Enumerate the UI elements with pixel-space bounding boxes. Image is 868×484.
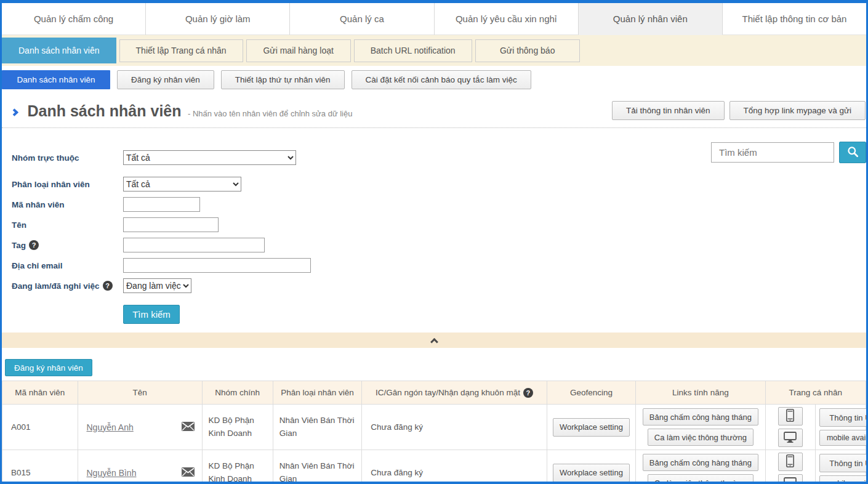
tag-help-icon[interactable]: ? (29, 240, 39, 250)
action-employee-order-button[interactable]: Thiết lập thứ tự nhân viên (221, 70, 345, 89)
subtab-send-notification[interactable]: Gửi thông báo (475, 39, 580, 62)
header-employee-code: Mã nhân viên (2, 381, 78, 405)
ic-registration-status: Chưa đăng ký (362, 450, 547, 484)
header-personal-page: Trang cá nhân (765, 381, 866, 405)
mobile-page-button[interactable] (778, 453, 803, 471)
title-bar: Danh sách nhân viên - Nhấn vào tên nhân … (2, 93, 866, 128)
employee-name-link[interactable]: Nguyễn Bình (87, 468, 137, 478)
action-employee-list-button[interactable]: Danh sách nhân viên (2, 70, 110, 89)
smartphone-icon (786, 409, 794, 424)
header-main-group: Nhóm chính (202, 381, 273, 405)
collapse-filter-bar[interactable] (2, 333, 866, 348)
employee-type: Nhân Viên Bán Thời Gian (273, 450, 361, 484)
status-select[interactable]: Đang làm việc (123, 278, 191, 293)
desktop-page-button[interactable] (778, 429, 803, 447)
tag-field[interactable] (123, 238, 265, 252)
desktop-page-button[interactable] (778, 474, 803, 484)
employee-code: A001 (2, 405, 78, 450)
monthly-timesheet-button[interactable]: Bảng chấm công hàng tháng (643, 408, 758, 426)
sub-tab-bar: Danh sách nhân viên Thiết lập Trang cá n… (2, 35, 866, 66)
mobile-page-button[interactable] (778, 407, 803, 426)
top-tab-bar: Quản lý chấm công Quản lý giờ làm Quản l… (2, 3, 866, 35)
group-label: Nhóm trực thuộc (12, 153, 123, 163)
tab-attendance[interactable]: Quản lý chấm công (2, 3, 146, 35)
employee-code-field[interactable] (123, 197, 200, 212)
ic-help-icon[interactable]: ? (523, 388, 533, 398)
header-employee-type: Phân loại nhân viên (273, 381, 361, 405)
workplace-setting-button[interactable]: Workplace setting (553, 464, 630, 482)
workplace-setting-button[interactable]: Workplace setting (553, 418, 630, 437)
register-employee-button[interactable]: Đăng ký nhân viên (5, 359, 92, 376)
filter-form: Nhóm trực thuộc Tất cả Phân loại nhân vi… (2, 128, 866, 324)
header-ic-biometric: IC/Gân ngón tay/Nhận dạng khuôn mặt ? (362, 381, 547, 405)
action-work-rule-alert-button[interactable]: Cài đặt kết nối cảnh báo quy tắc làm việ… (352, 70, 531, 89)
subtab-batch-url-notification[interactable]: Batch URL notification (354, 39, 472, 62)
tab-basic-settings[interactable]: Thiết lập thông tin cơ bản (723, 3, 866, 35)
page-subtitle: - Nhấn vào tên nhân viên để chỉnh sửa dữ… (188, 109, 352, 118)
tab-working-hours[interactable]: Quản lý giờ làm (146, 3, 290, 35)
subtab-bulk-mail[interactable]: Gửi mail hàng loạt (246, 39, 351, 62)
employee-main-group: KD Bộ Phận Kinh Doanh (202, 450, 273, 484)
url-info-dropdown[interactable]: Thông tin URL (819, 454, 868, 472)
group-select[interactable]: Tất cả (123, 150, 296, 165)
header-geofencing: Geofencing (547, 381, 635, 405)
filter-search-button[interactable]: Tìm kiếm (123, 305, 180, 324)
tab-shift[interactable]: Quản lý ca (290, 3, 434, 35)
url-info-dropdown[interactable]: Thông tin URL (819, 408, 868, 427)
employee-main-group: KD Bộ Phận Kinh Doanh (202, 405, 273, 450)
search-button[interactable] (839, 142, 866, 163)
status-help-icon[interactable]: ? (103, 281, 113, 291)
mail-icon[interactable] (182, 422, 195, 433)
monthly-timesheet-button[interactable]: Bảng chấm công hàng tháng (643, 454, 758, 471)
app-window: Quản lý chấm công Quản lý giờ làm Quản l… (0, 0, 868, 484)
mail-icon[interactable] (182, 467, 195, 478)
type-label: Phân loại nhân viên (12, 180, 123, 189)
mobile-available-button[interactable]: mobile available (819, 430, 868, 446)
employee-name-link[interactable]: Nguyễn Anh (87, 422, 134, 432)
employee-type: Nhân Viên Bán Thời Gian (273, 405, 361, 450)
employee-code: B015 (2, 450, 78, 484)
search-group (711, 142, 866, 163)
subtab-employee-list[interactable]: Danh sách nhân viên (2, 38, 116, 63)
mypage-link-send-button[interactable]: Tổng hợp link mypage và gửi (729, 101, 866, 120)
desktop-icon (784, 432, 797, 445)
chevron-up-icon (430, 338, 438, 346)
email-field[interactable] (123, 258, 311, 273)
employee-code-label: Mã nhân viên (12, 200, 123, 209)
regular-shift-button[interactable]: Ca làm việc thông thường (648, 474, 753, 484)
ic-registration-status: Chưa đăng ký (362, 405, 547, 450)
subtab-personal-page-setup[interactable]: Thiết lập Trang cá nhân (119, 39, 243, 62)
employee-table: Mã nhân viên Tên Nhóm chính Phân loại nh… (2, 381, 866, 484)
desktop-icon (784, 477, 797, 484)
chevron-right-icon (10, 108, 18, 116)
mobile-available-button[interactable]: mobile available (819, 475, 868, 484)
page-title: Danh sách nhân viên (27, 102, 181, 119)
header-name: Tên (78, 381, 202, 405)
regular-shift-button[interactable]: Ca làm việc thông thường (648, 429, 753, 446)
tab-employee[interactable]: Quản lý nhân viên (579, 3, 723, 35)
smartphone-icon (786, 454, 794, 469)
table-row: A001 Nguyễn Anh (2, 405, 866, 450)
name-field[interactable] (123, 217, 219, 232)
email-label: Địa chỉ email (12, 261, 123, 270)
download-employee-info-button[interactable]: Tải thông tin nhân viên (612, 101, 725, 120)
tab-leave-request[interactable]: Quản lý yêu cầu xin nghỉ (435, 3, 579, 35)
tag-label: Tag ? (12, 240, 123, 250)
search-icon (847, 146, 859, 159)
search-input[interactable] (711, 142, 834, 163)
action-register-employee-button[interactable]: Đăng ký nhân viên (117, 70, 214, 89)
action-button-bar: Danh sách nhân viên Đăng ký nhân viên Th… (2, 66, 866, 93)
header-feature-links: Links tính năng (636, 381, 765, 405)
table-row: B015 Nguyễn Bình (2, 450, 866, 484)
status-label: Đang làm/đã nghỉ việc ? (12, 281, 123, 291)
type-select[interactable]: Tất cả (123, 177, 241, 192)
table-header-row: Mã nhân viên Tên Nhóm chính Phân loại nh… (2, 381, 866, 405)
name-label: Tên (12, 220, 123, 230)
